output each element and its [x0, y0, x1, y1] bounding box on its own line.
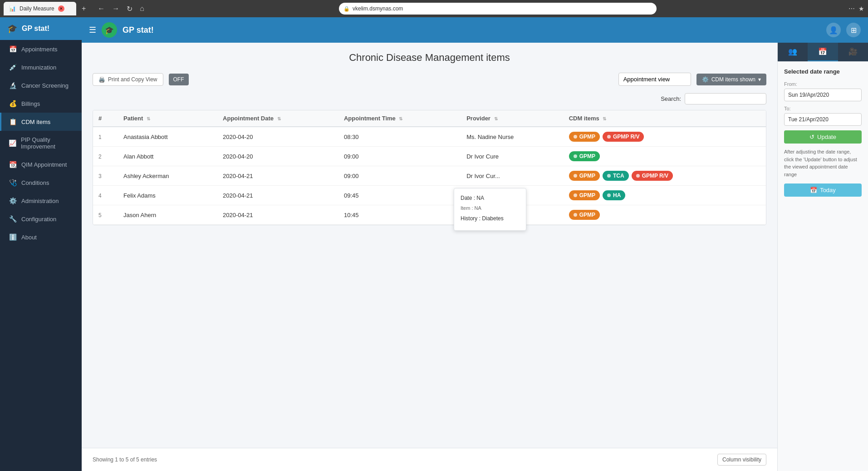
col-provider[interactable]: Provider ⇅: [461, 110, 563, 127]
cell-cdm-items: GPMP: [564, 147, 766, 166]
toggle-button[interactable]: OFF: [169, 74, 189, 85]
cell-appt-date: 2020-04-21: [217, 205, 338, 225]
cdm-items-icon: 📋: [9, 118, 17, 125]
cdm-items-shown-button[interactable]: ⚙️ CDM items shown ▾: [696, 74, 766, 85]
badge-dot: [574, 154, 577, 158]
table-header-row: # Patient ⇅ Appointment Date ⇅ Appointme…: [93, 110, 766, 127]
search-row: Search:: [93, 93, 766, 104]
cell-appt-date: 2020-04-21: [217, 166, 338, 186]
cdm-badge[interactable]: GPMP: [569, 151, 600, 161]
sidebar-item-administration[interactable]: ⚙️ Administration: [0, 192, 82, 210]
right-tab-calendar[interactable]: 📅: [808, 43, 838, 61]
col-num[interactable]: #: [93, 110, 118, 127]
right-panel-title: Selected date range: [784, 68, 862, 75]
cdm-badge[interactable]: GPMP: [569, 190, 600, 200]
sidebar-item-cancer-screening[interactable]: 🔬 Cancer Screening: [0, 76, 82, 94]
print-copy-button[interactable]: 🖨️ Print and Copy View: [93, 73, 163, 86]
logo-icon: 🎓: [105, 26, 114, 35]
pip-quality-icon: 📈: [9, 139, 16, 147]
sidebar-item-qim-appointment[interactable]: 📆 QIM Appointment: [0, 155, 82, 174]
badge-dot: [574, 193, 577, 197]
table-row: 4 Felix Adams 2020-04-21 09:45 Ms. Nadin…: [93, 186, 766, 205]
main-with-footer: ☰ 🎓 GP stat! 👤 ⊞ Chronic Disease Managem…: [82, 17, 868, 471]
column-visibility-button[interactable]: Column visibility: [717, 454, 766, 466]
update-button[interactable]: ↺ Update: [784, 130, 862, 144]
brand-icon: 🎓: [7, 24, 17, 34]
tab-favicon: 📊: [9, 5, 16, 12]
badge-dot: [607, 174, 611, 178]
new-tab-button[interactable]: +: [80, 5, 88, 13]
sidebar-item-immunization[interactable]: 💉 Immunization: [0, 58, 82, 76]
col-appt-date[interactable]: Appointment Date ⇅: [217, 110, 338, 127]
cdm-badge[interactable]: TCA: [603, 171, 629, 181]
forward-button[interactable]: →: [109, 3, 122, 15]
cdm-badge[interactable]: GPMP R/V: [603, 132, 644, 142]
content-footer: Showing 1 to 5 of 5 entries Column visib…: [82, 448, 777, 471]
today-label: Today: [820, 187, 836, 193]
tab-title: Daily Measure: [20, 5, 54, 12]
from-date-input[interactable]: [784, 89, 862, 101]
sidebar-item-billings[interactable]: 💰 Billings: [0, 94, 82, 113]
cdm-badge[interactable]: GPMP: [569, 210, 600, 220]
cdm-badge[interactable]: HA: [603, 190, 625, 200]
cell-appt-time: 08:30: [338, 127, 461, 147]
sidebar-item-appointments[interactable]: 📅 Appointments: [0, 40, 82, 58]
cell-patient: Anastasia Abbott: [118, 127, 217, 147]
address-bar[interactable]: 🔒 vkelim.dsmynas.com: [339, 3, 657, 15]
cdm-badge[interactable]: GPMP: [569, 132, 600, 142]
brand-title: GP stat!: [22, 25, 49, 33]
tooltip-item-row: Item : NA: [461, 204, 520, 213]
toolbar: 🖨️ Print and Copy View OFF Appointment v…: [93, 73, 766, 86]
content-area: Chronic Disease Management items 🖨️ Prin…: [82, 43, 777, 448]
col-cdm-items[interactable]: CDM items ⇅: [564, 110, 766, 127]
view-dropdown[interactable]: Appointment view: [618, 73, 691, 86]
table-row: 5 Jason Ahern 2020-04-21 10:45 Ms. Nadin…: [93, 205, 766, 225]
search-input[interactable]: [685, 93, 766, 104]
url-text: vkelim.dsmynas.com: [353, 5, 652, 12]
refresh-button[interactable]: ↻: [124, 3, 135, 15]
extensions-icon[interactable]: ⋯: [848, 5, 855, 12]
cell-cdm-items: GPMP HA: [564, 186, 766, 205]
today-button[interactable]: 📅 Today: [784, 183, 862, 197]
top-nav-right: 👤 ⊞: [826, 23, 861, 37]
table-row: 3 Ashley Ackerman 2020-04-21 09:00 Dr Iv…: [93, 166, 766, 186]
cell-appt-time: 09:45: [338, 186, 461, 205]
sort-provider-icon: ⇅: [494, 116, 498, 121]
sidebar-item-cdm-items[interactable]: 📋 CDM items: [0, 113, 82, 131]
sidebar-label-configuration: Configuration: [21, 216, 56, 223]
bookmark-icon[interactable]: ★: [858, 5, 864, 12]
sidebar-item-about[interactable]: ℹ️ About: [0, 228, 82, 246]
col-appt-time[interactable]: Appointment Time ⇅: [338, 110, 461, 127]
browser-tab[interactable]: 📊 Daily Measure ✕: [4, 2, 76, 15]
tab-close-button[interactable]: ✕: [58, 5, 64, 12]
browser-chrome: 📊 Daily Measure ✕ + ← → ↻ ⌂ 🔒 vkelim.dsm…: [0, 0, 868, 17]
right-tab-video[interactable]: 🎥: [838, 43, 868, 61]
update-label: Update: [817, 134, 836, 140]
grid-icon[interactable]: ⊞: [846, 23, 861, 37]
cdm-badge[interactable]: GPMP R/V: [632, 171, 673, 181]
right-tab-users[interactable]: 👥: [778, 43, 808, 61]
sidebar-item-conditions[interactable]: 🩺 Conditions: [0, 174, 82, 192]
cell-patient: Alan Abbott: [118, 147, 217, 166]
col-patient[interactable]: Patient ⇅: [118, 110, 217, 127]
sort-date-icon: ⇅: [277, 116, 281, 121]
cell-appt-date: 2020-04-20: [217, 147, 338, 166]
tooltip-item-label: Item : NA: [461, 205, 481, 211]
browser-navigation: ← → ↻ ⌂: [95, 3, 147, 15]
cdm-badge[interactable]: GPMP: [569, 171, 600, 181]
hamburger-menu-icon[interactable]: ☰: [89, 25, 96, 35]
update-icon: ↺: [809, 134, 814, 140]
home-button[interactable]: ⌂: [137, 3, 147, 15]
user-icon[interactable]: 👤: [826, 23, 841, 37]
showing-entries-text: Showing 1 to 5 of 5 entries: [93, 456, 157, 463]
sidebar-label-pip-quality: PIP Quality Improvement: [21, 136, 74, 150]
sidebar-item-configuration[interactable]: 🔧 Configuration: [0, 210, 82, 228]
back-button[interactable]: ←: [95, 3, 108, 15]
tooltip-history-row: History : Diabetes: [461, 214, 520, 223]
lock-icon: 🔒: [343, 6, 350, 12]
sidebar-item-pip-quality[interactable]: 📈 PIP Quality Improvement: [0, 131, 82, 155]
cell-appt-date: 2020-04-21: [217, 186, 338, 205]
to-date-input[interactable]: [784, 113, 862, 126]
sidebar-header: 🎓 GP stat!: [0, 17, 82, 40]
cell-num: 4: [93, 186, 118, 205]
